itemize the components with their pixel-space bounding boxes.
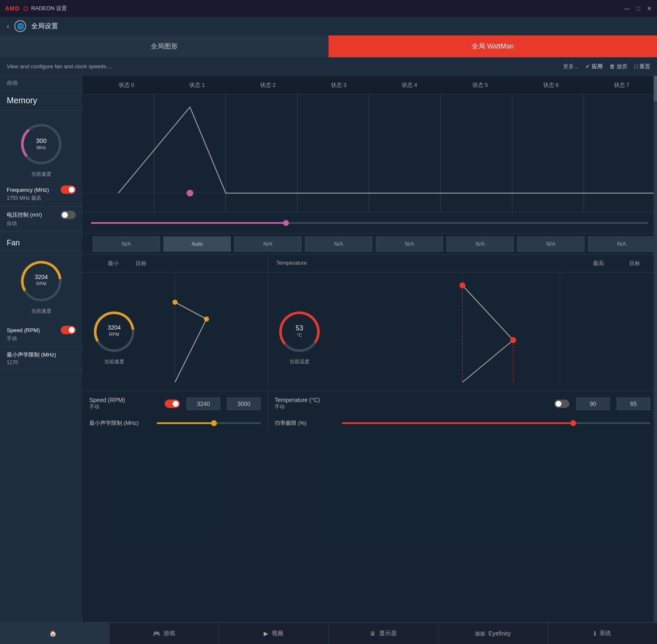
svg-point-31 [276,309,323,355]
val-btn-0[interactable]: N/A [93,236,160,252]
fan-gauge: 3204 RPM [18,258,64,304]
eyefinity-icon: ⊞⊞ [475,630,485,637]
memory-gauge-container: 300 MHz 当前速度 [0,111,83,181]
check-icon: ✓ [585,63,590,70]
nav-home[interactable]: 🏠 [0,623,110,644]
fan-gauge-overlay: 3204 RPM 当前速度 [91,309,137,365]
close-button[interactable]: ✕ [647,5,652,12]
gaming-icon: 🎮 [153,630,160,637]
fan-target-input[interactable] [227,397,261,410]
value-buttons-row: N/A Auto N/A N/A N/A N/A N/A N/A [83,233,657,255]
svg-text:300: 300 [36,137,46,144]
temp-panel: Temperature 最高 目标 [268,255,657,430]
scrollbar[interactable] [654,76,657,622]
reset-button[interactable]: □ 重置 [634,63,650,70]
scroll-thumb[interactable] [654,76,657,101]
frequency-slider-area[interactable] [83,212,657,233]
nav-gaming[interactable]: 🎮 游戏 [110,623,219,644]
voltage-value: 自动 [7,220,76,227]
back-button[interactable]: ‹ [7,22,9,31]
min-speed-control: 最小声学限制 (MHz) 1170 [0,347,83,370]
maximize-button[interactable]: □ [637,5,640,12]
temp-gauge-overlay: 53 °C 当前温度 [276,309,323,365]
minimize-button[interactable]: — [624,5,630,12]
radeon-logo: ⬡ [23,5,28,12]
frequency-value: 1755 MHz 最高 [7,195,76,202]
main-content: 自动 Memory 300 MHz 当前速度 Frequency (MHz) [0,76,657,622]
fan-input-row: Speed (RPM) 手动 [83,391,267,416]
memory-gauge-label: 当前速度 [31,171,51,178]
frequency-toggle[interactable] [61,185,76,194]
power-slider-row: 功率极限 (%) [268,416,657,430]
voltage-label: 电压控制 (mV) [7,211,42,219]
fan-chart-label: 当前速度 [91,358,137,365]
toolbar-description: View and configure fan and clock speeds.… [7,63,563,70]
more-button[interactable]: 更多... [563,63,579,70]
fan-speed-label: Speed (RPM) 手动 [89,397,158,411]
val-btn-7[interactable]: N/A [588,236,655,252]
nav-system[interactable]: ℹ 系统 [548,623,657,644]
video-label: 视频 [272,630,283,637]
nav-video[interactable]: ▶ 视频 [219,623,328,644]
fan-gauge-label: 当前速度 [31,308,51,315]
frequency-slider-thumb[interactable] [283,220,289,226]
display-icon: 🖥 [370,630,376,637]
voltage-toggle[interactable] [61,211,76,219]
eyefinity-label: Eyefinity [489,630,511,637]
svg-text:RPM: RPM [36,281,46,286]
frequency-slider-fill [91,222,286,224]
fan-min-slider-row: 最小声学限制 (MHz) [83,416,267,430]
speed-rpm-label: Speed (RPM) [7,327,40,333]
fan-min-slider[interactable] [157,422,261,424]
temp-chart: 53 °C 当前温度 [268,273,657,391]
sidebar-memory: Memory [0,91,83,111]
state-7-header: 状态 7 [586,81,657,89]
fan-chart: 3204 RPM 当前速度 [83,273,267,391]
fan-section-label: Fan [0,235,83,251]
power-slider-thumb[interactable] [570,420,576,426]
val-btn-6[interactable]: N/A [517,236,585,252]
speed-rpm-control: Speed (RPM) 手动 [0,322,83,347]
temp-target-input[interactable] [617,397,650,410]
navbar: ‹ 🌐 全局设置 [0,17,657,35]
val-btn-5[interactable]: N/A [446,236,514,252]
trash-icon: 🗑 [609,63,615,70]
frequency-slider-track[interactable] [91,222,649,224]
apply-button[interactable]: ✓ 应用 [585,63,603,70]
speed-rpm-toggle[interactable] [61,326,76,334]
power-slider[interactable] [342,422,650,424]
nav-display[interactable]: 🖥 显示器 [329,623,438,644]
state-headers: 状态 0 状态 1 状态 2 状态 3 状态 4 状态 5 状态 6 状态 7 [83,76,657,94]
svg-text:3204: 3204 [107,324,120,331]
content-area: 状态 0 状态 1 状态 2 状态 3 状态 4 状态 5 状态 6 状态 7 [83,76,657,622]
window-controls: — □ ✕ [624,5,652,12]
temp-max-input[interactable] [576,397,610,410]
sidebar-auto: 自动 [0,76,83,91]
temp-title: Temperature [276,260,307,267]
titlebar: AMD ⬡ RADEON 设置 — □ ✕ [0,0,657,17]
reset-icon: □ [634,63,638,70]
nav-eyefinity[interactable]: ⊞⊞ Eyefinity [438,623,548,644]
svg-text:°C: °C [297,333,302,338]
fan-min-input[interactable] [187,397,220,410]
temp-toggle[interactable] [554,400,569,408]
tab-graphics[interactable]: 全局图形 [0,35,328,57]
state-4-header: 状态 4 [374,81,445,89]
discard-button[interactable]: 🗑 放弃 [609,63,628,70]
val-btn-3[interactable]: N/A [305,236,372,252]
temp-input-label: Temperature (°C) 手动 [275,397,548,411]
system-label: 系统 [599,630,611,637]
val-btn-2[interactable]: N/A [234,236,302,252]
fan-min-slider-thumb[interactable] [211,420,217,426]
min-speed-value: 1170 [7,360,76,365]
page-title: 全局设置 [31,22,58,31]
fan-panel: 最小 目标 [83,255,268,430]
fan-speed-toggle[interactable] [165,400,180,408]
amd-logo: AMD [5,5,20,12]
val-btn-1[interactable]: Auto [163,236,231,252]
val-btn-4[interactable]: N/A [376,236,443,252]
state-0-header: 状态 0 [91,81,162,89]
tab-wattman[interactable]: 全局 WattMan [328,35,657,57]
bottom-navigation: 🏠 🎮 游戏 ▶ 视频 🖥 显示器 ⊞⊞ Eyefinity ℹ 系统 [0,622,657,644]
state-3-header: 状态 3 [303,81,374,89]
